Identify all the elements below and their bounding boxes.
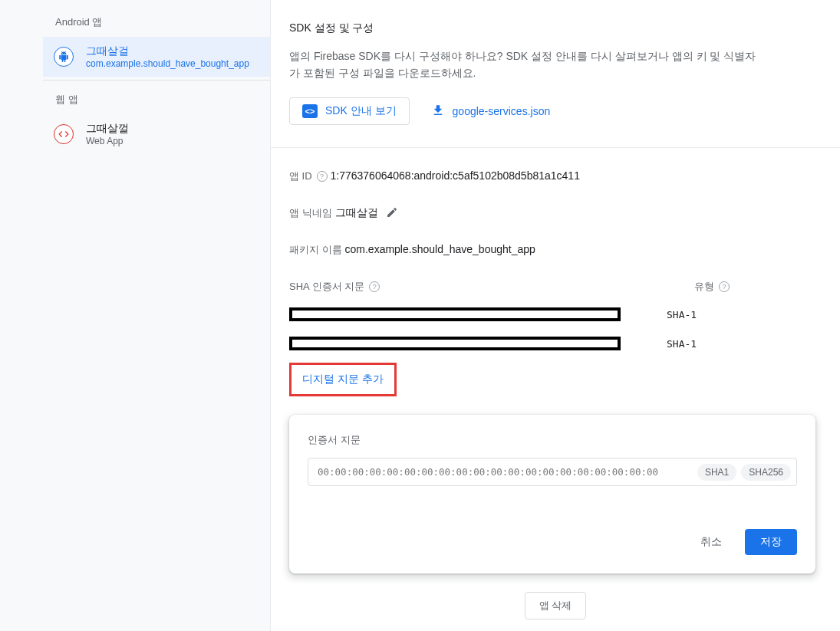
app-id-value: 1:776376064068:android:c5af5102b08d5b81a… [331,169,580,182]
sha-fingerprint-redacted [289,307,621,321]
chip-sha256: SHA256 [741,464,791,481]
sha-row: SHA-1 [289,307,822,321]
app-id-label: 앱 ID ? [289,169,328,183]
sidebar-item-title: 그때살걸 [86,44,249,58]
sha-label: SHA 인증서 지문 ? [289,280,380,294]
sidebar-item-android-app[interactable]: 그때살걸 com.example.should_have_bought_app [43,37,270,77]
sidebar-header-android: Android 앱 [43,6,270,37]
fingerprint-form-card: 인증서 지문 SHA1 SHA256 취소 저장 [289,415,815,573]
sidebar-item-subtitle: com.example.should_have_bought_app [86,58,249,69]
add-fingerprint-highlight: 디지털 지문 추가 [289,363,397,396]
edit-icon[interactable] [386,206,398,221]
divider [43,80,270,81]
chip-sha1: SHA1 [697,464,736,481]
sha-type-header: 유형 ? [694,280,730,294]
download-icon [431,104,445,120]
nickname-label: 앱 닉네임 [289,206,332,220]
sidebar: Android 앱 그때살걸 com.example.should_have_b… [0,0,270,631]
help-icon[interactable]: ? [317,171,328,182]
cancel-button[interactable]: 취소 [687,529,736,555]
web-icon [54,124,74,144]
divider [271,147,840,148]
sdk-section-desc: 앱의 Firebase SDK를 다시 구성해야 하나요? SDK 설정 안내를… [289,48,765,82]
sidebar-header-web: 웹 앱 [43,84,270,114]
main-content: SDK 설정 및 구성 앱의 Firebase SDK를 다시 구성해야 하나요… [270,0,840,631]
download-json-button[interactable]: google-services.json [428,97,554,126]
sidebar-item-web-app[interactable]: 그때살껄 Web App [43,114,270,154]
save-button[interactable]: 저장 [745,529,797,555]
download-json-label: google-services.json [453,105,551,117]
fingerprint-form-label: 인증서 지문 [308,433,797,447]
delete-app-button[interactable]: 앱 삭제 [525,592,587,619]
help-icon[interactable]: ? [369,281,380,292]
package-label: 패키지 이름 [289,243,342,257]
sha-row: SHA-1 [289,337,822,350]
sidebar-item-subtitle: Web App [86,136,129,146]
sha-fingerprint-redacted [289,337,621,350]
sha-type-value: SHA-1 [667,309,697,320]
android-icon [54,47,74,67]
help-icon[interactable]: ? [719,281,730,292]
sha-type-value: SHA-1 [667,338,697,350]
sdk-section-title: SDK 설정 및 구성 [289,21,822,35]
code-icon: <> [302,104,318,118]
nickname-value: 그때살걸 [335,206,378,220]
package-value: com.example.should_have_bought_app [345,243,535,255]
sdk-guide-button[interactable]: <> SDK 안내 보기 [289,97,410,125]
sidebar-item-title: 그때살껄 [86,122,129,136]
add-fingerprint-button[interactable]: 디지털 지문 추가 [302,373,384,385]
sdk-guide-label: SDK 안내 보기 [325,104,397,118]
